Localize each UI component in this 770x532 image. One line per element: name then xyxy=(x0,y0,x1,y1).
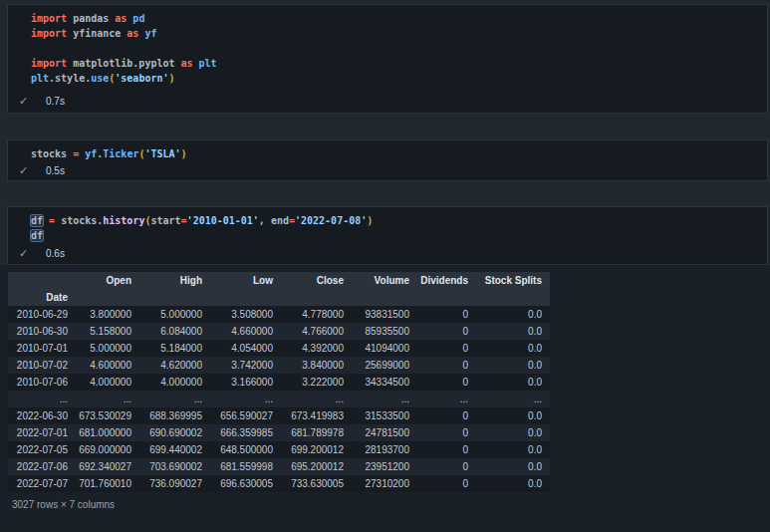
data-cell: 3.840000 xyxy=(281,357,352,374)
column-header: Low xyxy=(210,272,281,289)
code-line: df = stocks.history(start='2010-01-01', … xyxy=(31,213,767,228)
blank-header-cell xyxy=(76,289,139,306)
code-token: start xyxy=(150,215,180,226)
table-row: 2022-07-01681.000000690.690002666.359985… xyxy=(8,424,550,441)
index-name: Date xyxy=(8,289,76,306)
code-token: ) xyxy=(181,148,187,159)
data-cell: 4.054000 xyxy=(210,340,281,357)
code-token: matplotlib.pyplot xyxy=(67,58,180,69)
table-row: ........................ xyxy=(8,391,550,407)
code-token: Ticker xyxy=(103,148,138,159)
code-token: ) xyxy=(169,73,175,84)
row-index-date: 2022-06-30 xyxy=(8,407,76,424)
dataframe-table: OpenHighLowCloseVolumeDividendsStock Spl… xyxy=(8,272,550,492)
data-cell: 648.500000 xyxy=(210,441,281,458)
row-index-date: 2010-07-01 xyxy=(8,340,76,357)
row-index-date: 2010-07-06 xyxy=(8,374,76,391)
blank-header-cell xyxy=(210,289,281,306)
execution-status: ✓ 0.5s xyxy=(8,161,767,180)
data-cell: 41094000 xyxy=(352,340,417,357)
data-cell: 733.630005 xyxy=(281,475,352,492)
data-cell: 673.530029 xyxy=(76,407,139,424)
notebook: import pandas as pdimport yfinance as yf… xyxy=(0,4,770,532)
data-cell: 0.0 xyxy=(476,374,550,391)
data-cell: 4.620000 xyxy=(139,357,210,374)
code-token: stocks xyxy=(31,148,73,159)
data-cell: 28193700 xyxy=(352,441,417,458)
code-cell-ticker[interactable]: stocks = yf.Ticker('TSLA') ✓ 0.5s xyxy=(7,139,768,181)
data-cell: ... xyxy=(352,391,417,407)
code-token: plt xyxy=(193,58,217,69)
code-token: as xyxy=(115,13,127,24)
data-cell: 31533500 xyxy=(352,407,417,424)
code-editor[interactable]: stocks = yf.Ticker('TSLA') xyxy=(8,140,767,161)
data-cell: 34334500 xyxy=(352,374,417,391)
data-cell: 696.630005 xyxy=(210,475,281,492)
check-icon: ✓ xyxy=(19,247,35,260)
code-token: , end xyxy=(259,215,289,226)
code-token: yfinance xyxy=(67,28,127,39)
data-cell: 0.0 xyxy=(476,306,550,323)
data-cell: 701.760010 xyxy=(76,475,139,492)
data-cell: 690.690002 xyxy=(139,424,210,441)
data-cell: ... xyxy=(417,391,476,407)
table-row: 2022-06-30673.530029688.369995656.590027… xyxy=(8,407,550,424)
code-token: yf xyxy=(138,28,156,39)
data-cell: 85935500 xyxy=(352,323,417,340)
data-cell: 681.000000 xyxy=(76,424,139,441)
table-row: 2010-06-305.1580006.0840004.6600004.7660… xyxy=(8,323,550,340)
data-cell: 0 xyxy=(417,475,476,492)
code-token: import xyxy=(31,58,67,69)
table-row: 2022-07-07701.760010736.090027696.630005… xyxy=(8,475,550,492)
data-cell: 666.359985 xyxy=(210,424,281,441)
row-index-date: 2010-06-30 xyxy=(8,323,76,340)
data-cell: 0.0 xyxy=(476,323,550,340)
data-cell: 5.184000 xyxy=(139,340,210,357)
row-index-date: 2010-06-29 xyxy=(8,306,76,323)
code-line: plt.style.use('seaborn') xyxy=(31,71,767,86)
data-cell: 0.0 xyxy=(476,475,550,492)
table-row: 2010-06-293.8000005.0000003.5080004.7780… xyxy=(8,306,550,323)
data-cell: 3.508000 xyxy=(210,306,281,323)
data-cell: 0 xyxy=(417,323,476,340)
df-occurrence-highlight: df xyxy=(31,230,43,241)
data-cell: 3.742000 xyxy=(210,357,281,374)
row-index-date: 2022-07-01 xyxy=(8,424,76,441)
column-header: Stock Splits xyxy=(476,272,550,289)
code-line: df xyxy=(31,228,767,243)
data-cell: 4.766000 xyxy=(281,323,352,340)
code-editor[interactable]: df = stocks.history(start='2010-01-01', … xyxy=(8,207,767,243)
row-index-date: 2010-07-02 xyxy=(8,357,76,374)
code-cell-history[interactable]: df = stocks.history(start='2010-01-01', … xyxy=(7,206,768,265)
blank-header-cell xyxy=(417,289,476,306)
code-token: .style. xyxy=(49,73,91,84)
code-token: '2022-07-08' xyxy=(295,215,367,226)
code-token: history xyxy=(103,215,144,226)
column-header: Open xyxy=(76,272,139,289)
code-token: plt xyxy=(31,73,49,84)
data-cell: 692.340027 xyxy=(76,458,139,475)
data-cell: 4.660000 xyxy=(210,323,281,340)
data-cell: 0 xyxy=(417,357,476,374)
dataframe-output: OpenHighLowCloseVolumeDividendsStock Spl… xyxy=(0,265,770,532)
table-row: 2022-07-06692.340027703.690002681.559998… xyxy=(8,458,550,475)
data-cell: 0 xyxy=(417,306,476,323)
data-cell: 4.392000 xyxy=(281,340,352,357)
data-cell: 23951200 xyxy=(352,458,417,475)
code-line: import yfinance as yf xyxy=(31,26,767,41)
row-index-date: ... xyxy=(8,391,76,407)
blank-header-cell xyxy=(281,289,352,306)
code-token: as xyxy=(127,28,138,39)
table-row: 2010-07-024.6000004.6200003.7420003.8400… xyxy=(8,357,550,374)
data-cell: 6.084000 xyxy=(139,323,210,340)
column-header: Close xyxy=(281,272,352,289)
code-cell-imports[interactable]: import pandas as pdimport yfinance as yf… xyxy=(7,4,768,114)
data-cell: 699.440002 xyxy=(139,441,210,458)
code-token: import xyxy=(31,13,67,24)
execution-time: 0.7s xyxy=(46,96,65,107)
data-cell: 0.0 xyxy=(476,424,550,441)
code-editor[interactable]: import pandas as pdimport yfinance as yf… xyxy=(8,5,767,86)
data-cell: 0.0 xyxy=(476,441,550,458)
data-cell: 0.0 xyxy=(476,357,550,374)
code-token: import xyxy=(31,28,67,39)
